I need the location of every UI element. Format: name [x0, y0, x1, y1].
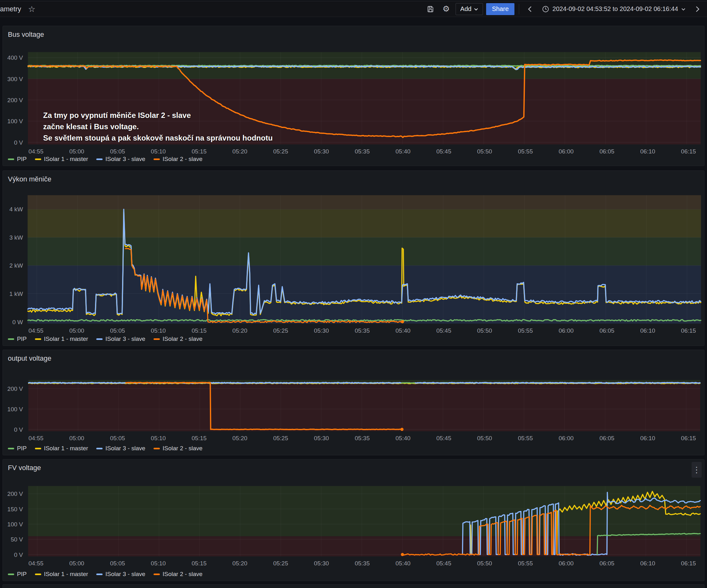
legend-item-isolar-2-slave[interactable]: ISolar 2 - slave	[154, 335, 203, 342]
x-axis-label: 06:15	[674, 148, 703, 155]
legend-swatch	[35, 448, 41, 449]
legend-item-isolar-1-master[interactable]: ISolar 1 - master	[35, 445, 88, 452]
legend: PIPISolar 1 - masterISolar 3 - slaveISol…	[8, 156, 203, 162]
legend-item-pip[interactable]: PIP	[8, 156, 27, 162]
y-axis-label: 2 kW	[1, 262, 23, 269]
threshold-band	[28, 486, 700, 537]
y-axis-label: 100 V	[1, 406, 23, 413]
time-range-picker[interactable]: 2024-09-02 04:53:52 to 2024-09-02 06:16:…	[539, 3, 688, 15]
series-point	[401, 428, 404, 431]
chevron-right-icon	[696, 6, 700, 12]
time-range-forward-button[interactable]	[691, 3, 704, 15]
legend-item-isolar-1-master[interactable]: ISolar 1 - master	[35, 156, 88, 162]
x-axis-label: 05:20	[226, 148, 254, 155]
legend-item-isolar-2-slave[interactable]: ISolar 2 - slave	[154, 571, 203, 578]
x-axis-label: 05:10	[144, 327, 172, 334]
x-axis-label: 05:15	[185, 435, 213, 442]
chart-annotation: Za tmy po vypnutí měniče ISolar 2 - slav…	[43, 110, 273, 144]
share-button[interactable]: Share	[486, 3, 514, 15]
x-axis-label: 05:15	[185, 148, 213, 155]
y-axis-label: 0 V	[1, 552, 23, 558]
x-axis-label: 05:05	[103, 435, 132, 442]
x-axis-label: 06:00	[552, 327, 580, 334]
favorite-star-icon[interactable]: ☆	[26, 5, 37, 13]
x-axis-label: 05:10	[144, 148, 172, 155]
x-axis-label: 05:30	[307, 148, 336, 155]
dashboard-toolbar: ametry ☆ ⚙ Add Share 2024-09-02 0	[0, 1, 707, 17]
save-icon	[427, 5, 434, 13]
legend-label: PIP	[17, 571, 27, 578]
legend-item-isolar-1-master[interactable]: ISolar 1 - master	[35, 571, 88, 578]
y-axis-label: 50 V	[1, 536, 23, 543]
x-axis-label: 06:05	[593, 327, 621, 334]
legend-label: ISolar 1 - master	[44, 156, 88, 162]
x-axis-label: 05:05	[103, 560, 132, 567]
x-axis-label: 05:30	[307, 327, 336, 334]
legend-item-isolar-3-slave[interactable]: ISolar 3 - slave	[96, 156, 145, 162]
legend-swatch	[154, 574, 160, 575]
legend-label: ISolar 2 - slave	[163, 335, 203, 342]
x-axis-label: 05:50	[470, 435, 499, 442]
legend-label: ISolar 1 - master	[44, 571, 88, 578]
chevron-down-icon	[474, 7, 478, 11]
x-axis-label: 06:00	[552, 435, 580, 442]
legend-swatch	[35, 158, 41, 160]
x-axis-label: 04:55	[22, 148, 50, 155]
next-panel-partial	[2, 584, 705, 588]
legend-item-pip[interactable]: PIP	[8, 445, 27, 452]
x-axis-label: 05:50	[470, 560, 499, 567]
x-axis-label: 05:50	[470, 327, 499, 334]
x-axis-label: 05:40	[389, 327, 417, 334]
dashboard-settings-button[interactable]: ⚙	[440, 3, 452, 15]
x-axis-label: 05:45	[430, 435, 458, 442]
x-axis-label: 05:30	[307, 560, 336, 567]
x-axis-label: 04:55	[22, 435, 50, 442]
time-range-back-button[interactable]	[524, 3, 536, 15]
legend-item-isolar-2-slave[interactable]: ISolar 2 - slave	[154, 445, 203, 452]
legend-swatch	[154, 338, 160, 340]
y-axis-label: 100 V	[1, 521, 23, 528]
legend-label: PIP	[17, 335, 27, 342]
panel-fv-voltage: FV voltage ⋮ 200 V150 V100 V50 V0 V 04:5…	[2, 459, 705, 581]
chevron-left-icon	[528, 6, 532, 12]
x-axis-label: 05:45	[430, 560, 458, 567]
x-axis-label: 05:55	[511, 327, 540, 334]
y-axis-label: 0 W	[1, 319, 23, 326]
legend-swatch	[154, 448, 160, 449]
save-dashboard-button[interactable]	[424, 3, 437, 15]
legend-item-isolar-3-slave[interactable]: ISolar 3 - slave	[96, 445, 145, 452]
legend-item-pip[interactable]: PIP	[8, 335, 27, 342]
x-axis-label: 06:15	[674, 327, 703, 334]
legend-swatch	[154, 158, 160, 160]
legend-swatch	[35, 338, 41, 340]
dashboard-title: ametry	[0, 5, 21, 13]
x-axis-label: 05:00	[63, 327, 91, 334]
legend-swatch	[8, 574, 14, 575]
legend-item-isolar-3-slave[interactable]: ISolar 3 - slave	[96, 335, 145, 342]
threshold-band	[28, 237, 701, 265]
gear-icon: ⚙	[442, 4, 450, 14]
x-axis-label: 06:10	[634, 435, 662, 442]
x-axis-label: 06:00	[552, 148, 580, 155]
legend-label: ISolar 3 - slave	[105, 156, 145, 162]
legend-item-pip[interactable]: PIP	[8, 571, 27, 578]
x-axis-label: 05:35	[348, 327, 376, 334]
vykon-menice-chart[interactable]	[3, 171, 704, 345]
toolbar-divider	[519, 4, 519, 14]
legend-item-isolar-3-slave[interactable]: ISolar 3 - slave	[96, 571, 145, 578]
legend-item-isolar-1-master[interactable]: ISolar 1 - master	[35, 335, 88, 342]
x-axis-label: 06:10	[634, 148, 662, 155]
legend-item-isolar-2-slave[interactable]: ISolar 2 - slave	[154, 156, 203, 162]
x-axis-label: 05:10	[144, 435, 172, 442]
add-button[interactable]: Add	[456, 3, 483, 15]
x-axis-label: 05:50	[470, 148, 499, 155]
x-axis-label: 05:10	[144, 560, 172, 567]
annotation-line: Za tmy po vypnutí měniče ISolar 2 - slav…	[43, 110, 273, 121]
bus-voltage-chart[interactable]	[3, 26, 704, 166]
legend-swatch	[96, 338, 103, 340]
x-axis-label: 05:40	[389, 148, 417, 155]
x-axis-label: 04:55	[22, 560, 50, 567]
legend-swatch	[96, 574, 103, 575]
share-button-label: Share	[492, 5, 508, 12]
y-axis-label: 400 V	[1, 54, 23, 61]
